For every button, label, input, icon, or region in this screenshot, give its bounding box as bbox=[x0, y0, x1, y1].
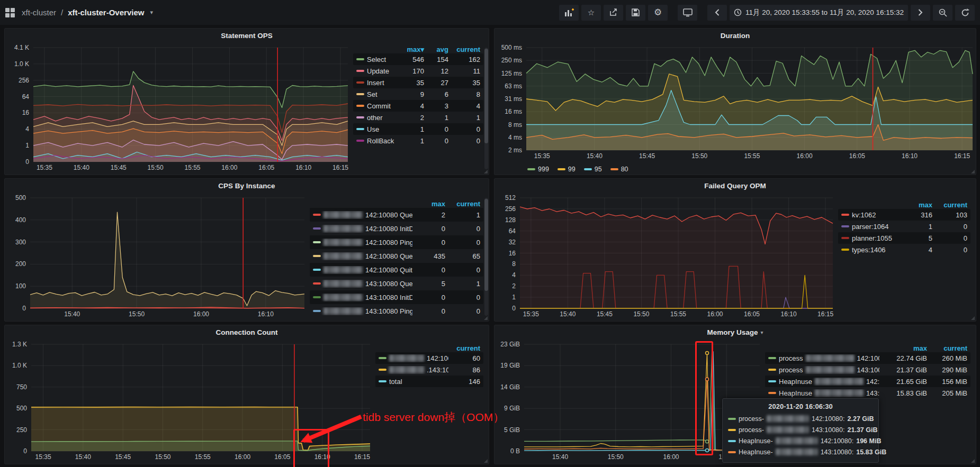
breadcrumb[interactable]: xft-cluster / xft-cluster-Overview ▾ bbox=[5, 8, 153, 17]
duration-plot[interactable] bbox=[526, 48, 973, 150]
legend-row[interactable]: planner:1055 5 0 bbox=[838, 232, 970, 244]
legend-sort-current[interactable]: current bbox=[934, 201, 967, 209]
legend-row[interactable]: RollBack 1 0 0 bbox=[353, 135, 483, 146]
series-label: Select bbox=[367, 56, 386, 63]
legend-item[interactable]: 80 bbox=[610, 166, 628, 173]
panel-title-duration[interactable]: Duration bbox=[495, 29, 976, 42]
legend-row[interactable]: Insert 35 27 35 bbox=[353, 77, 483, 88]
failed-query-chart[interactable] bbox=[520, 198, 833, 308]
settings-button[interactable]: ⚙ bbox=[648, 5, 668, 21]
panel-title-failed-query[interactable]: Failed Query OPM bbox=[495, 179, 976, 193]
series-color-swatch bbox=[356, 116, 364, 118]
legend-row[interactable]: process142:10080 22.74 GiB 260 MiB bbox=[765, 352, 970, 364]
legend-sort-current[interactable]: current bbox=[451, 344, 480, 352]
legend-max-value: 0 bbox=[415, 266, 445, 274]
legend-row[interactable]: 142:10080 Query Error 2 1 bbox=[310, 208, 483, 222]
legend-scrollbar[interactable] bbox=[484, 48, 488, 169]
legend-row[interactable]: 142:10080 Query OK 435 65 bbox=[310, 249, 483, 263]
legend-max-value: 0 bbox=[415, 225, 445, 233]
series-color-swatch bbox=[728, 429, 736, 431]
legend-current-value: 103 bbox=[934, 211, 967, 219]
panel-title-connection-count[interactable]: Connection Count bbox=[5, 325, 489, 339]
save-button[interactable] bbox=[626, 5, 645, 21]
panel-title-memory-usage[interactable]: Memory Usage ▾ bbox=[495, 325, 976, 339]
legend-max-value: 21.65 GiB bbox=[882, 378, 927, 386]
tv-mode-button[interactable] bbox=[678, 5, 697, 21]
add-panel-button[interactable] bbox=[559, 5, 579, 21]
series-label: 143:10080 bbox=[866, 389, 879, 397]
legend-sort-current[interactable]: current bbox=[929, 344, 967, 352]
statement-ops-chart[interactable] bbox=[33, 48, 348, 162]
time-range-picker[interactable]: 11月 20, 2020 15:33:55 to 11月 20, 2020 16… bbox=[730, 5, 908, 21]
time-back-button[interactable] bbox=[707, 5, 727, 21]
legend-row[interactable]: parser:1064 1 0 bbox=[838, 221, 970, 232]
panel-title-statement-ops[interactable]: Statement OPS bbox=[5, 29, 489, 42]
page-title: Failed Query OPM bbox=[704, 182, 766, 190]
chevron-down-icon[interactable]: ▾ bbox=[761, 329, 763, 335]
legend-sort-current[interactable]: current bbox=[451, 45, 480, 53]
legend-row[interactable]: 143:10080 InitDB OK 0 0 bbox=[310, 290, 483, 304]
statement-ops-plot[interactable] bbox=[33, 48, 348, 162]
legend-row[interactable]: 142:10080 InitDB OK 0 0 bbox=[310, 222, 483, 235]
legend-sort-max[interactable]: max bbox=[882, 344, 927, 352]
legend-sort-current[interactable]: current bbox=[447, 200, 480, 208]
dashboards-grid-icon[interactable] bbox=[5, 8, 15, 17]
legend-row[interactable]: 142:10080 60 bbox=[375, 352, 483, 364]
legend-row[interactable]: types:1406 4 0 bbox=[838, 244, 970, 255]
legend-item[interactable]: 99 bbox=[558, 166, 576, 173]
dashboard-grid: Statement OPS 4.1 K1.0 K2566416410 15:35… bbox=[0, 25, 980, 467]
series-color-swatch bbox=[313, 241, 321, 243]
legend-row[interactable]: 142:10080 Quit OK 0 0 bbox=[310, 263, 483, 277]
connection-chart[interactable] bbox=[31, 344, 370, 451]
series-color-swatch bbox=[841, 225, 849, 227]
series-label: 142:10080: bbox=[812, 415, 845, 423]
legend-row[interactable]: 143:10080 Ping OK 0 0 bbox=[310, 304, 483, 318]
redacted-text bbox=[323, 239, 363, 246]
legend-max-value: 5 bbox=[415, 280, 445, 288]
legend-row[interactable]: Select 546 154 162 bbox=[353, 53, 483, 65]
legend-failed-query: max current kv:1062 316 103 parser:1064 bbox=[836, 193, 976, 321]
duration-chart[interactable] bbox=[526, 48, 973, 150]
legend-row[interactable]: 142:10080 Ping OK 0 0 bbox=[310, 235, 483, 249]
legend-row[interactable]: process143:10080 21.37 GiB 290 MiB bbox=[765, 364, 970, 376]
chart-hover-tooltip: 2020-11-20 16:06:30 process-142:10080: 2… bbox=[722, 398, 879, 463]
time-forward-button[interactable] bbox=[911, 5, 930, 21]
star-button[interactable]: ☆ bbox=[581, 5, 601, 21]
legend-sort-max[interactable]: max bbox=[415, 200, 445, 208]
legend-row[interactable]: Commit 4 3 4 bbox=[353, 100, 483, 112]
legend-row[interactable]: total 146 bbox=[375, 376, 483, 387]
cps-chart[interactable] bbox=[30, 198, 304, 308]
cps-plot[interactable] bbox=[30, 198, 304, 308]
legend-row[interactable]: Set 9 6 8 bbox=[353, 88, 483, 100]
legend-row[interactable]: Update 170 12 11 bbox=[353, 65, 483, 77]
breadcrumb-dashboard-title[interactable]: xft-cluster-Overview bbox=[68, 8, 144, 17]
legend-current-value: 205 MiB bbox=[929, 389, 967, 397]
series-label: 143:10080: bbox=[812, 426, 845, 434]
legend-row[interactable]: 143:10080 Query Error 5 1 bbox=[310, 277, 483, 290]
legend-sort-max[interactable]: max bbox=[902, 201, 932, 209]
legend-sort-avg[interactable]: avg bbox=[426, 45, 448, 53]
legend-row[interactable]: other 2 1 1 bbox=[353, 112, 483, 123]
connection-plot[interactable] bbox=[31, 344, 370, 451]
legend-row[interactable]: kv:1062 316 103 bbox=[838, 209, 970, 221]
share-button[interactable] bbox=[604, 5, 623, 21]
chevron-down-icon[interactable]: ▾ bbox=[150, 9, 153, 16]
tooltip-row: HeapInuse-143:10080: 15.83 GiB bbox=[728, 446, 873, 457]
series-color-swatch bbox=[768, 380, 776, 382]
legend-sort-max[interactable]: max▾ bbox=[398, 45, 424, 53]
legend-row[interactable]: HeapInuse143:10080 15.83 GiB 205 MiB bbox=[765, 387, 970, 399]
zoom-out-button[interactable] bbox=[933, 5, 952, 21]
legend-item[interactable]: 95 bbox=[584, 166, 602, 173]
breadcrumb-folder[interactable]: xft-cluster bbox=[22, 8, 56, 17]
series-color-swatch bbox=[313, 310, 321, 312]
panel-title-cps[interactable]: CPS By Instance bbox=[5, 179, 489, 193]
legend-row[interactable]: Use 1 0 0 bbox=[353, 123, 483, 135]
refresh-button[interactable] bbox=[955, 5, 975, 21]
legend-current-value: 65 bbox=[447, 252, 480, 260]
failed-query-plot[interactable] bbox=[520, 198, 833, 308]
legend-scrollbar[interactable] bbox=[484, 198, 488, 316]
legend-item[interactable]: 999 bbox=[527, 166, 549, 173]
legend-row[interactable]: .143:10080 86 bbox=[375, 364, 483, 376]
legend-row[interactable]: HeapInuse142:10080 21.65 GiB 156 MiB bbox=[765, 376, 970, 387]
legend-current-value: 162 bbox=[451, 56, 480, 63]
